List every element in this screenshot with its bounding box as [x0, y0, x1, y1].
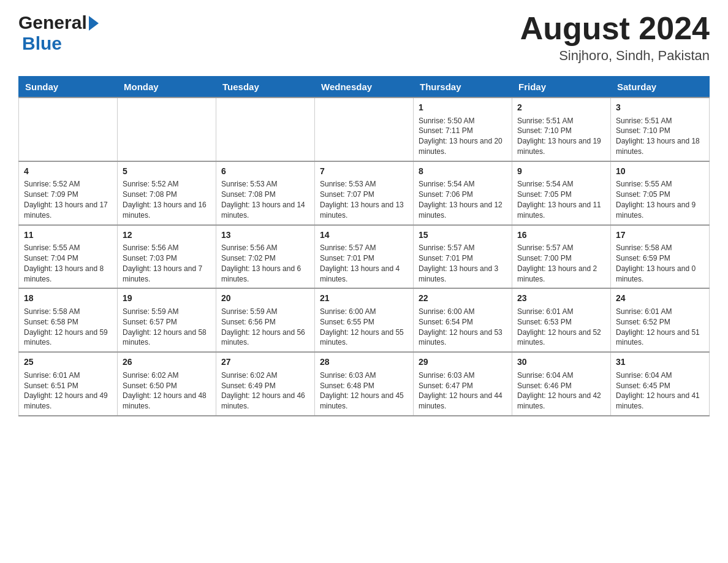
day-number: 28: [320, 356, 408, 369]
calendar-cell: 19Sunrise: 5:59 AM Sunset: 6:57 PM Dayli…: [118, 288, 216, 352]
day-info: Sunrise: 5:57 AM Sunset: 7:01 PM Dayligh…: [419, 243, 507, 284]
day-header-saturday: Saturday: [611, 77, 710, 98]
calendar-cell: [118, 98, 216, 161]
calendar-cell: [216, 98, 315, 161]
day-info: Sunrise: 5:56 AM Sunset: 7:03 PM Dayligh…: [123, 243, 211, 284]
day-number: 15: [419, 229, 507, 242]
day-number: 30: [517, 356, 605, 369]
day-info: Sunrise: 6:00 AM Sunset: 6:54 PM Dayligh…: [419, 307, 507, 348]
day-number: 4: [24, 166, 112, 178]
day-number: 18: [24, 293, 112, 305]
day-info: Sunrise: 5:50 AM Sunset: 7:11 PM Dayligh…: [419, 116, 507, 157]
logo-blue-text: Blue: [22, 33, 62, 53]
day-header-sunday: Sunday: [19, 77, 118, 98]
calendar-cell: 7Sunrise: 5:53 AM Sunset: 7:07 PM Daylig…: [315, 161, 414, 225]
day-number: 29: [419, 356, 507, 369]
calendar-cell: 10Sunrise: 5:55 AM Sunset: 7:05 PM Dayli…: [611, 161, 710, 225]
day-header-friday: Friday: [512, 77, 611, 98]
calendar-cell: 8Sunrise: 5:54 AM Sunset: 7:06 PM Daylig…: [414, 161, 512, 225]
day-number: 5: [123, 166, 211, 178]
calendar-cell: 20Sunrise: 5:59 AM Sunset: 6:56 PM Dayli…: [216, 288, 315, 352]
calendar-week-row: 1Sunrise: 5:50 AM Sunset: 7:11 PM Daylig…: [19, 98, 710, 161]
day-number: 21: [320, 293, 408, 305]
calendar-cell: 5Sunrise: 5:52 AM Sunset: 7:08 PM Daylig…: [118, 161, 216, 225]
calendar-table: SundayMondayTuesdayWednesdayThursdayFrid…: [18, 76, 710, 416]
day-number: 19: [123, 293, 211, 305]
day-info: Sunrise: 6:01 AM Sunset: 6:51 PM Dayligh…: [24, 370, 112, 412]
day-info: Sunrise: 5:54 AM Sunset: 7:06 PM Dayligh…: [419, 179, 507, 220]
day-header-wednesday: Wednesday: [315, 77, 414, 98]
day-info: Sunrise: 6:02 AM Sunset: 6:49 PM Dayligh…: [221, 370, 309, 412]
day-info: Sunrise: 5:52 AM Sunset: 7:08 PM Dayligh…: [123, 179, 211, 220]
day-number: 31: [616, 356, 704, 369]
day-info: Sunrise: 5:59 AM Sunset: 6:57 PM Dayligh…: [123, 307, 211, 348]
calendar-cell: 11Sunrise: 5:55 AM Sunset: 7:04 PM Dayli…: [19, 225, 118, 289]
calendar-cell: 31Sunrise: 6:04 AM Sunset: 6:45 PM Dayli…: [611, 352, 710, 416]
day-info: Sunrise: 5:51 AM Sunset: 7:10 PM Dayligh…: [616, 116, 704, 157]
day-header-monday: Monday: [118, 77, 216, 98]
day-info: Sunrise: 5:58 AM Sunset: 6:58 PM Dayligh…: [24, 307, 112, 348]
day-number: 7: [320, 166, 408, 178]
day-number: 3: [616, 102, 704, 114]
header-title-block: August 2024 Sinjhoro, Sindh, Pakistan: [520, 12, 710, 64]
day-info: Sunrise: 6:03 AM Sunset: 6:48 PM Dayligh…: [320, 370, 408, 412]
calendar-body: 1Sunrise: 5:50 AM Sunset: 7:11 PM Daylig…: [19, 98, 710, 416]
calendar-cell: 1Sunrise: 5:50 AM Sunset: 7:11 PM Daylig…: [414, 98, 512, 161]
day-info: Sunrise: 6:01 AM Sunset: 6:53 PM Dayligh…: [517, 307, 605, 348]
day-number: 27: [221, 356, 309, 369]
day-number: 25: [24, 356, 112, 369]
day-number: 6: [221, 166, 309, 178]
logo-general-text: General: [18, 12, 87, 33]
day-number: 2: [517, 102, 605, 114]
day-info: Sunrise: 5:53 AM Sunset: 7:08 PM Dayligh…: [221, 179, 309, 220]
day-header-tuesday: Tuesday: [216, 77, 315, 98]
day-info: Sunrise: 5:58 AM Sunset: 6:59 PM Dayligh…: [616, 243, 704, 284]
calendar-cell: 25Sunrise: 6:01 AM Sunset: 6:51 PM Dayli…: [19, 352, 118, 416]
day-number: 10: [616, 166, 704, 178]
day-info: Sunrise: 5:51 AM Sunset: 7:10 PM Dayligh…: [517, 116, 605, 157]
day-number: 17: [616, 229, 704, 242]
calendar-cell: 9Sunrise: 5:54 AM Sunset: 7:05 PM Daylig…: [512, 161, 611, 225]
day-info: Sunrise: 5:56 AM Sunset: 7:02 PM Dayligh…: [221, 243, 309, 284]
calendar-cell: 26Sunrise: 6:02 AM Sunset: 6:50 PM Dayli…: [118, 352, 216, 416]
day-header-thursday: Thursday: [414, 77, 512, 98]
day-number: 14: [320, 229, 408, 242]
calendar-cell: 28Sunrise: 6:03 AM Sunset: 6:48 PM Dayli…: [315, 352, 414, 416]
day-number: 1: [419, 102, 507, 114]
day-info: Sunrise: 6:00 AM Sunset: 6:55 PM Dayligh…: [320, 307, 408, 348]
calendar-cell: 18Sunrise: 5:58 AM Sunset: 6:58 PM Dayli…: [19, 288, 118, 352]
calendar-cell: 4Sunrise: 5:52 AM Sunset: 7:09 PM Daylig…: [19, 161, 118, 225]
day-info: Sunrise: 6:03 AM Sunset: 6:47 PM Dayligh…: [419, 370, 507, 412]
day-number: 13: [221, 229, 309, 242]
calendar-cell: 30Sunrise: 6:04 AM Sunset: 6:46 PM Dayli…: [512, 352, 611, 416]
day-number: 20: [221, 293, 309, 305]
day-number: 12: [123, 229, 211, 242]
day-info: Sunrise: 6:04 AM Sunset: 6:46 PM Dayligh…: [517, 370, 605, 412]
location-label: Sinjhoro, Sindh, Pakistan: [520, 48, 710, 64]
day-info: Sunrise: 5:57 AM Sunset: 7:00 PM Dayligh…: [517, 243, 605, 284]
calendar-cell: 16Sunrise: 5:57 AM Sunset: 7:00 PM Dayli…: [512, 225, 611, 289]
calendar-week-row: 18Sunrise: 5:58 AM Sunset: 6:58 PM Dayli…: [19, 288, 710, 352]
calendar-cell: 22Sunrise: 6:00 AM Sunset: 6:54 PM Dayli…: [414, 288, 512, 352]
calendar-cell: [19, 98, 118, 161]
day-info: Sunrise: 5:55 AM Sunset: 7:04 PM Dayligh…: [24, 243, 112, 284]
calendar-cell: 15Sunrise: 5:57 AM Sunset: 7:01 PM Dayli…: [414, 225, 512, 289]
calendar-week-row: 25Sunrise: 6:01 AM Sunset: 6:51 PM Dayli…: [19, 352, 710, 416]
calendar-week-row: 11Sunrise: 5:55 AM Sunset: 7:04 PM Dayli…: [19, 225, 710, 289]
logo: General Blue: [18, 12, 99, 54]
calendar-cell: 2Sunrise: 5:51 AM Sunset: 7:10 PM Daylig…: [512, 98, 611, 161]
logo-arrow-icon: [89, 16, 99, 31]
day-info: Sunrise: 5:54 AM Sunset: 7:05 PM Dayligh…: [517, 179, 605, 220]
calendar-cell: 12Sunrise: 5:56 AM Sunset: 7:03 PM Dayli…: [118, 225, 216, 289]
day-info: Sunrise: 5:59 AM Sunset: 6:56 PM Dayligh…: [221, 307, 309, 348]
calendar-cell: [315, 98, 414, 161]
calendar-cell: 17Sunrise: 5:58 AM Sunset: 6:59 PM Dayli…: [611, 225, 710, 289]
day-number: 11: [24, 229, 112, 242]
calendar-cell: 13Sunrise: 5:56 AM Sunset: 7:02 PM Dayli…: [216, 225, 315, 289]
day-info: Sunrise: 5:57 AM Sunset: 7:01 PM Dayligh…: [320, 243, 408, 284]
day-number: 24: [616, 293, 704, 305]
day-number: 16: [517, 229, 605, 242]
day-info: Sunrise: 5:52 AM Sunset: 7:09 PM Dayligh…: [24, 179, 112, 220]
calendar-cell: 6Sunrise: 5:53 AM Sunset: 7:08 PM Daylig…: [216, 161, 315, 225]
day-info: Sunrise: 6:01 AM Sunset: 6:52 PM Dayligh…: [616, 307, 704, 348]
